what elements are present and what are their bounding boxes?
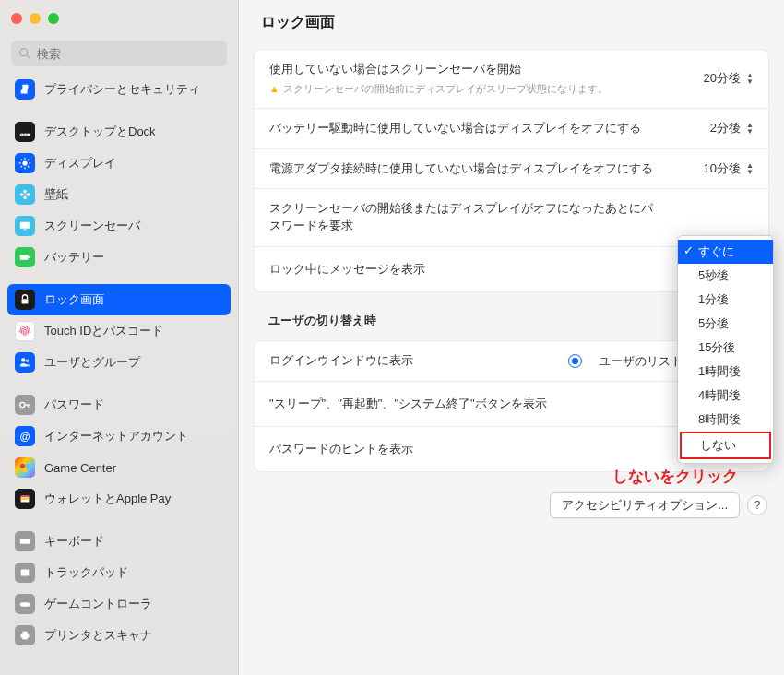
adapter-display-select[interactable]: 10分後▲▼	[704, 160, 754, 177]
svg-rect-20	[20, 222, 30, 229]
close-window[interactable]	[11, 13, 22, 24]
row-label: 電源アダプタ接続時に使用していない場合はディスプレイをオフにする	[269, 160, 693, 178]
battery-display-select[interactable]: 2分後▲▼	[710, 120, 754, 136]
svg-point-16	[23, 190, 27, 194]
sidebar-item-keyboard[interactable]: キーボード	[7, 526, 231, 557]
search-field[interactable]	[11, 41, 227, 66]
flower-icon	[15, 184, 35, 205]
sidebar-item-trackpad[interactable]: トラックパッド	[7, 557, 231, 588]
help-button[interactable]: ?	[747, 495, 767, 515]
traffic-lights	[11, 13, 59, 24]
sidebar-item-wallet[interactable]: ウォレットとApple Pay	[7, 483, 231, 515]
page-title: ロック画面	[261, 13, 762, 32]
sidebar-item-label: ウォレットとApple Pay	[44, 491, 171, 507]
stepper-icon: ▲▼	[746, 162, 754, 175]
radio-user-list[interactable]	[568, 354, 582, 368]
dropdown-item-4[interactable]: 15分後	[678, 336, 773, 360]
dropdown-item-1[interactable]: 5秒後	[678, 264, 773, 288]
sidebar-item-screensaver[interactable]: スクリーンセーバ	[7, 210, 231, 242]
svg-rect-37	[20, 539, 30, 543]
dropdown-item-2[interactable]: 1分後	[678, 288, 773, 312]
sidebar-item-label: インターネットアカウント	[44, 428, 188, 444]
key-icon	[15, 395, 35, 415]
row-label: スクリーンセーバの開始後またはディスプレイがオフになったあとにパスワードを要求	[269, 200, 659, 235]
sidebar-item-printer[interactable]: プリンタとスキャナ	[7, 620, 231, 651]
users-icon	[15, 352, 35, 373]
wallet-icon	[15, 489, 35, 509]
svg-point-32	[25, 464, 30, 468]
row-label: "スリープ"、"再起動"、"システム終了"ボタンを表示	[269, 396, 706, 413]
svg-point-18	[20, 193, 24, 196]
sidebar-item-privacy[interactable]: プライバシーとセキュリティ	[7, 74, 231, 105]
sidebar-item-label: キーボード	[44, 533, 104, 550]
hand-icon	[15, 79, 35, 100]
svg-point-15	[23, 193, 27, 196]
row-label: バッテリー駆動時に使用していない場合はディスプレイをオフにする	[269, 120, 699, 137]
search-input[interactable]	[37, 47, 220, 61]
sun-icon	[15, 153, 35, 173]
sidebar-item-label: スクリーンセーバ	[44, 218, 140, 234]
row-warning: スクリーンセーバの開始前にディスプレイがスリープ状態になります。	[283, 82, 608, 97]
sidebar-item-label: プリンタとスキャナ	[44, 627, 152, 644]
dropdown-item-3[interactable]: 5分後	[678, 312, 773, 336]
password-delay-dropdown[interactable]: すぐに5秒後1分後5分後15分後1時間後4時間後8時間後しない	[677, 235, 774, 464]
svg-point-26	[26, 360, 30, 363]
finger-icon	[15, 321, 35, 341]
sidebar-item-touchid[interactable]: Touch IDとパスコード	[7, 315, 231, 347]
sidebar-item-label: バッテリー	[44, 249, 104, 266]
nav-list: プライバシーとセキュリティデスクトップとDockディスプレイ壁紙スクリーンセーバ…	[0, 74, 238, 675]
dropdown-item-0[interactable]: すぐに	[678, 240, 773, 264]
sidebar-item-wallpaper[interactable]: 壁紙	[7, 179, 231, 210]
keyboard-icon	[15, 531, 35, 551]
svg-line-11	[21, 160, 22, 160]
svg-rect-36	[21, 498, 30, 500]
dropdown-item-5[interactable]: 1時間後	[678, 360, 773, 384]
svg-point-31	[20, 464, 25, 468]
row-label: 使用していない場合はスクリーンセーバを開始	[269, 61, 693, 78]
titlebar	[0, 0, 238, 37]
sidebar-item-label: パスワード	[44, 397, 104, 413]
page-header: ロック画面	[239, 0, 784, 41]
accessibility-button[interactable]: アクセシビリティオプション...	[550, 492, 740, 518]
sidebar-item-label: デスクトップとDock	[44, 124, 156, 140]
svg-rect-23	[29, 256, 30, 258]
dropdown-item-6[interactable]: 4時間後	[678, 384, 773, 408]
sidebar-item-desktop[interactable]: デスクトップとDock	[7, 116, 231, 148]
stepper-icon: ▲▼	[746, 122, 754, 135]
svg-rect-24	[22, 299, 29, 303]
sidebar-item-gamecenter[interactable]: Game Center	[7, 452, 231, 483]
svg-rect-5	[26, 135, 28, 136]
row-label: パスワードのヒントを表示	[269, 441, 706, 458]
svg-rect-3	[21, 135, 23, 136]
minimize-window[interactable]	[30, 13, 41, 24]
trackpad-icon	[15, 562, 35, 583]
screensaver-start-select[interactable]: 20分後▲▼	[704, 70, 754, 87]
sidebar-item-display[interactable]: ディスプレイ	[7, 148, 231, 179]
sidebar-item-passwords[interactable]: パスワード	[7, 389, 231, 420]
svg-line-13	[21, 166, 22, 167]
screen-icon	[15, 216, 35, 236]
svg-rect-35	[21, 496, 30, 498]
dropdown-item-8[interactable]: しない	[680, 432, 771, 459]
svg-point-19	[27, 193, 30, 196]
sidebar-item-internet[interactable]: @インターネットアカウント	[7, 420, 231, 452]
row-adapter-display-off: 電源アダプタ接続時に使用していない場合はディスプレイをオフにする 10分後▲▼	[255, 149, 768, 190]
row-screensaver-start: 使用していない場合はスクリーンセーバを開始 ▲スクリーンセーバの開始前にディスプ…	[255, 50, 768, 109]
svg-point-33	[22, 468, 27, 472]
sidebar-item-users[interactable]: ユーザとグループ	[7, 347, 231, 378]
svg-line-1	[27, 55, 30, 59]
maximize-window[interactable]	[48, 13, 59, 24]
search-icon	[18, 47, 31, 60]
sidebar-item-label: トラックパッド	[44, 564, 128, 581]
at-icon: @	[15, 426, 35, 446]
svg-rect-41	[22, 632, 27, 634]
svg-point-27	[20, 402, 25, 407]
stepper-icon: ▲▼	[746, 72, 754, 85]
warning-icon: ▲	[269, 82, 279, 97]
sidebar-item-lock[interactable]: ロック画面	[7, 284, 231, 315]
sidebar-item-battery[interactable]: バッテリー	[7, 242, 231, 273]
sidebar-item-controller[interactable]: ゲームコントローラ	[7, 588, 231, 620]
svg-point-25	[21, 358, 25, 361]
dropdown-item-7[interactable]: 8時間後	[678, 408, 773, 432]
row-label: ロック中にメッセージを表示	[269, 261, 706, 278]
